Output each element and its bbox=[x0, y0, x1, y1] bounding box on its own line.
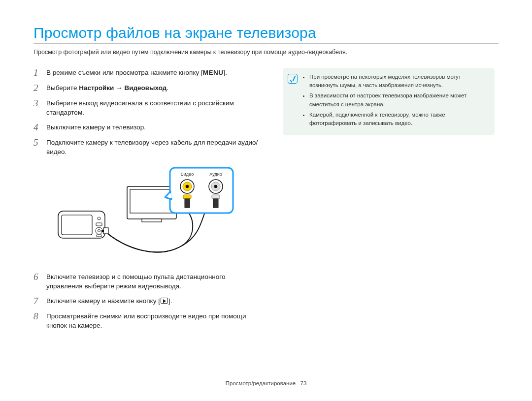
note-item: Камерой, подключенной к телевизору, можн… bbox=[309, 111, 488, 128]
step-number: 1 bbox=[33, 68, 46, 78]
step-text: Подключите камеру к телевизору через каб… bbox=[46, 138, 262, 157]
step-3: 3 Выберите выход видеосигнала в соответс… bbox=[33, 98, 262, 118]
step-8: 8 Просматривайте снимки или воспроизводи… bbox=[33, 311, 262, 331]
svg-point-18 bbox=[214, 185, 218, 188]
svg-rect-22 bbox=[213, 199, 218, 208]
page-title: Просмотр файлов на экране телевизора bbox=[33, 25, 499, 41]
step-number: 7 bbox=[33, 296, 46, 307]
svg-rect-11 bbox=[142, 219, 162, 222]
step-number: 2 bbox=[33, 83, 46, 93]
step-2: 2 Выберите Настройки → Видеовыход. bbox=[33, 83, 262, 93]
footer-section: Просмотр/редактирование bbox=[226, 380, 296, 386]
step-text: Выберите bbox=[46, 84, 79, 92]
step-text: Просматривайте снимки или воспроизводите… bbox=[46, 311, 262, 331]
connection-diagram: Видео Аудио bbox=[33, 162, 262, 265]
camera-icon bbox=[58, 211, 105, 238]
step-number: 8 bbox=[33, 311, 46, 322]
step-text: ]. bbox=[223, 69, 227, 76]
svg-rect-12 bbox=[170, 168, 233, 213]
step-number: 3 bbox=[33, 98, 46, 109]
step-text: Выберите выход видеосигнала в соответств… bbox=[46, 98, 262, 118]
svg-rect-8 bbox=[101, 230, 104, 232]
step-1: 1 В режиме съемки или просмотра нажмите … bbox=[33, 68, 262, 78]
note-icon bbox=[288, 74, 298, 84]
av-ports-callout: Видео Аудио bbox=[165, 168, 233, 213]
step-4: 4 Выключите камеру и телевизор. bbox=[33, 123, 262, 133]
step-text: Включите телевизор и с помощью пульта ди… bbox=[46, 272, 262, 291]
settings-label: Настройки bbox=[79, 84, 114, 92]
step-number: 4 bbox=[33, 123, 46, 133]
svg-rect-1 bbox=[62, 215, 92, 235]
svg-point-15 bbox=[186, 185, 189, 188]
step-6: 6 Включите телевизор и с помощью пульта … bbox=[33, 272, 262, 291]
note-box: При просмотре на некоторых моделях телев… bbox=[283, 68, 495, 136]
step-5: 5 Подключите камеру к телевизору через к… bbox=[33, 138, 262, 157]
svg-rect-20 bbox=[185, 199, 190, 208]
steps-list: 1 В режиме съемки или просмотра нажмите … bbox=[33, 68, 262, 157]
menu-label: MENU bbox=[203, 69, 224, 76]
audio-port-label: Аудио bbox=[209, 172, 222, 177]
step-text: Выключите камеру и телевизор. bbox=[46, 123, 262, 132]
play-icon bbox=[161, 298, 168, 304]
step-7: 7 Включите камеру и нажмите кнопку []. bbox=[33, 296, 262, 307]
step-text: ]. bbox=[168, 297, 172, 305]
note-list: При просмотре на некоторых моделях телев… bbox=[302, 73, 488, 130]
step-text: . bbox=[166, 84, 168, 92]
title-rule bbox=[33, 43, 499, 44]
svg-rect-21 bbox=[212, 195, 220, 199]
intro-text: Просмотр фотографий или видео путем подк… bbox=[33, 48, 499, 57]
note-item: При просмотре на некоторых моделях телев… bbox=[309, 73, 488, 90]
note-item: В зависимости от настроек телевизора изо… bbox=[309, 92, 488, 109]
step-text: В режиме съемки или просмотра нажмите кн… bbox=[46, 69, 203, 76]
step-number: 5 bbox=[33, 138, 46, 148]
video-port-label: Видео bbox=[181, 172, 194, 177]
page-number: 73 bbox=[300, 380, 306, 386]
arrow: → bbox=[114, 84, 124, 92]
page-footer: Просмотр/редактирование 73 bbox=[0, 380, 532, 386]
step-text: Включите камеру и нажмите кнопку [ bbox=[46, 297, 160, 305]
svg-rect-19 bbox=[183, 195, 191, 199]
steps-list-continued: 6 Включите телевизор и с помощью пульта … bbox=[33, 272, 262, 331]
tv-icon bbox=[127, 186, 176, 222]
videoout-label: Видеовыход bbox=[124, 84, 166, 92]
svg-rect-10 bbox=[130, 189, 173, 213]
svg-rect-7 bbox=[103, 228, 108, 234]
step-number: 6 bbox=[33, 272, 46, 282]
